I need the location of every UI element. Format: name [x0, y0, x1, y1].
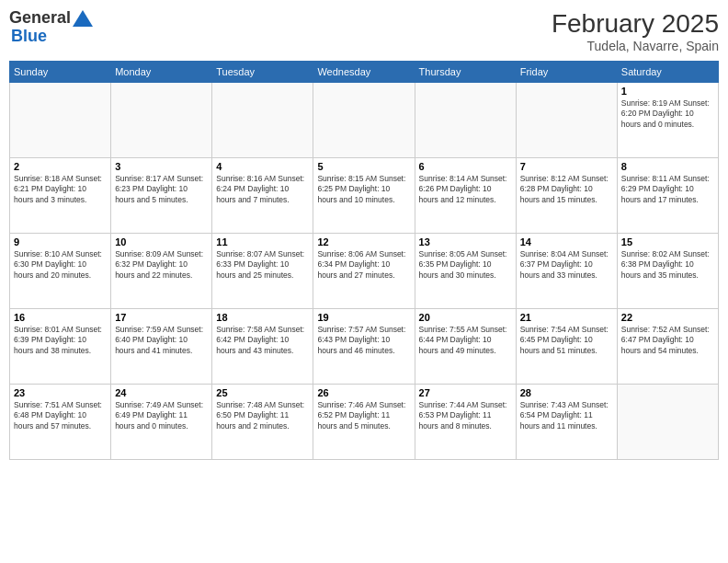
day-number: 22 — [621, 312, 714, 323]
calendar-cell: 9Sunrise: 8:10 AM Sunset: 6:30 PM Daylig… — [10, 234, 111, 309]
day-info: Sunrise: 7:49 AM Sunset: 6:49 PM Dayligh… — [115, 400, 208, 431]
day-number: 17 — [115, 312, 208, 323]
calendar-cell: 15Sunrise: 8:02 AM Sunset: 6:38 PM Dayli… — [617, 234, 718, 309]
day-info: Sunrise: 7:43 AM Sunset: 6:54 PM Dayligh… — [520, 400, 613, 431]
day-number: 8 — [621, 161, 714, 172]
day-info: Sunrise: 8:17 AM Sunset: 6:23 PM Dayligh… — [115, 174, 208, 205]
logo-icon — [73, 10, 93, 27]
day-number: 19 — [317, 312, 410, 323]
calendar-header-row: Sunday Monday Tuesday Wednesday Thursday… — [10, 62, 719, 83]
day-info: Sunrise: 7:59 AM Sunset: 6:40 PM Dayligh… — [115, 325, 208, 356]
day-number: 6 — [419, 161, 512, 172]
page: General Blue February 2025 Tudela, Navar… — [0, 0, 728, 563]
logo-container: General Blue — [9, 9, 93, 46]
col-monday: Monday — [111, 62, 212, 83]
calendar-week-1: 2Sunrise: 8:18 AM Sunset: 6:21 PM Daylig… — [10, 158, 719, 234]
calendar-cell — [617, 385, 718, 460]
day-number: 24 — [115, 387, 208, 398]
calendar-week-3: 16Sunrise: 8:01 AM Sunset: 6:39 PM Dayli… — [10, 309, 719, 385]
day-number: 26 — [317, 387, 410, 398]
calendar-cell: 1Sunrise: 8:19 AM Sunset: 6:20 PM Daylig… — [617, 83, 718, 158]
calendar-cell — [415, 83, 516, 158]
day-info: Sunrise: 7:58 AM Sunset: 6:42 PM Dayligh… — [216, 325, 309, 356]
day-number: 13 — [419, 236, 512, 247]
day-number: 14 — [520, 236, 613, 247]
calendar-cell: 6Sunrise: 8:14 AM Sunset: 6:26 PM Daylig… — [415, 158, 516, 234]
calendar-cell: 25Sunrise: 7:48 AM Sunset: 6:50 PM Dayli… — [212, 385, 313, 460]
day-number: 7 — [520, 161, 613, 172]
svg-marker-0 — [73, 10, 93, 27]
calendar-cell — [212, 83, 313, 158]
day-number: 11 — [216, 236, 309, 247]
calendar-cell — [10, 83, 111, 158]
logo-blue-text: Blue — [11, 28, 93, 46]
location: Tudela, Navarre, Spain — [552, 39, 719, 53]
day-info: Sunrise: 8:16 AM Sunset: 6:24 PM Dayligh… — [216, 174, 309, 205]
calendar-cell: 22Sunrise: 7:52 AM Sunset: 6:47 PM Dayli… — [617, 309, 718, 385]
day-number: 27 — [419, 387, 512, 398]
day-number: 2 — [14, 161, 107, 172]
day-info: Sunrise: 8:06 AM Sunset: 6:34 PM Dayligh… — [317, 249, 410, 281]
day-info: Sunrise: 8:01 AM Sunset: 6:39 PM Dayligh… — [14, 325, 107, 356]
calendar-cell: 12Sunrise: 8:06 AM Sunset: 6:34 PM Dayli… — [313, 234, 415, 309]
calendar-cell: 7Sunrise: 8:12 AM Sunset: 6:28 PM Daylig… — [516, 158, 617, 234]
col-tuesday: Tuesday — [212, 62, 313, 83]
col-saturday: Saturday — [617, 62, 718, 83]
header: General Blue February 2025 Tudela, Navar… — [9, 9, 719, 53]
calendar-cell: 17Sunrise: 7:59 AM Sunset: 6:40 PM Dayli… — [111, 309, 212, 385]
calendar-cell: 21Sunrise: 7:54 AM Sunset: 6:45 PM Dayli… — [516, 309, 617, 385]
day-info: Sunrise: 7:51 AM Sunset: 6:48 PM Dayligh… — [14, 400, 107, 431]
calendar-week-0: 1Sunrise: 8:19 AM Sunset: 6:20 PM Daylig… — [10, 83, 719, 158]
day-number: 15 — [621, 236, 714, 247]
day-info: Sunrise: 8:05 AM Sunset: 6:35 PM Dayligh… — [419, 249, 512, 281]
day-number: 1 — [621, 86, 714, 97]
col-wednesday: Wednesday — [313, 62, 415, 83]
calendar-cell — [111, 83, 212, 158]
day-number: 28 — [520, 387, 613, 398]
calendar-cell: 16Sunrise: 8:01 AM Sunset: 6:39 PM Dayli… — [10, 309, 111, 385]
day-number: 12 — [317, 236, 410, 247]
day-number: 18 — [216, 312, 309, 323]
calendar-cell: 2Sunrise: 8:18 AM Sunset: 6:21 PM Daylig… — [10, 158, 111, 234]
calendar-week-2: 9Sunrise: 8:10 AM Sunset: 6:30 PM Daylig… — [10, 234, 719, 309]
day-number: 5 — [317, 161, 410, 172]
calendar-cell: 3Sunrise: 8:17 AM Sunset: 6:23 PM Daylig… — [111, 158, 212, 234]
day-number: 3 — [115, 161, 208, 172]
calendar-cell: 19Sunrise: 7:57 AM Sunset: 6:43 PM Dayli… — [313, 309, 415, 385]
calendar-cell: 14Sunrise: 8:04 AM Sunset: 6:37 PM Dayli… — [516, 234, 617, 309]
calendar-cell: 10Sunrise: 8:09 AM Sunset: 6:32 PM Dayli… — [111, 234, 212, 309]
calendar-cell: 26Sunrise: 7:46 AM Sunset: 6:52 PM Dayli… — [313, 385, 415, 460]
day-number: 10 — [115, 236, 208, 247]
day-info: Sunrise: 8:10 AM Sunset: 6:30 PM Dayligh… — [14, 249, 107, 281]
day-info: Sunrise: 8:12 AM Sunset: 6:28 PM Dayligh… — [520, 174, 613, 205]
day-info: Sunrise: 7:52 AM Sunset: 6:47 PM Dayligh… — [621, 325, 714, 356]
calendar-cell: 23Sunrise: 7:51 AM Sunset: 6:48 PM Dayli… — [10, 385, 111, 460]
calendar-cell: 8Sunrise: 8:11 AM Sunset: 6:29 PM Daylig… — [617, 158, 718, 234]
day-info: Sunrise: 7:54 AM Sunset: 6:45 PM Dayligh… — [520, 325, 613, 356]
day-number: 23 — [14, 387, 107, 398]
calendar-cell: 4Sunrise: 8:16 AM Sunset: 6:24 PM Daylig… — [212, 158, 313, 234]
day-info: Sunrise: 7:55 AM Sunset: 6:44 PM Dayligh… — [419, 325, 512, 356]
day-number: 16 — [14, 312, 107, 323]
month-title: February 2025 — [552, 9, 719, 39]
calendar-cell: 27Sunrise: 7:44 AM Sunset: 6:53 PM Dayli… — [415, 385, 516, 460]
day-info: Sunrise: 8:07 AM Sunset: 6:33 PM Dayligh… — [216, 249, 309, 281]
calendar-cell: 11Sunrise: 8:07 AM Sunset: 6:33 PM Dayli… — [212, 234, 313, 309]
day-number: 20 — [419, 312, 512, 323]
day-number: 25 — [216, 387, 309, 398]
calendar-cell: 18Sunrise: 7:58 AM Sunset: 6:42 PM Dayli… — [212, 309, 313, 385]
day-number: 4 — [216, 161, 309, 172]
col-sunday: Sunday — [10, 62, 111, 83]
day-info: Sunrise: 7:57 AM Sunset: 6:43 PM Dayligh… — [317, 325, 410, 356]
calendar-table: Sunday Monday Tuesday Wednesday Thursday… — [9, 61, 719, 460]
day-number: 21 — [520, 312, 613, 323]
col-friday: Friday — [516, 62, 617, 83]
day-info: Sunrise: 8:18 AM Sunset: 6:21 PM Dayligh… — [14, 174, 107, 205]
calendar-cell — [313, 83, 415, 158]
day-info: Sunrise: 8:19 AM Sunset: 6:20 PM Dayligh… — [621, 98, 714, 130]
day-info: Sunrise: 8:11 AM Sunset: 6:29 PM Dayligh… — [621, 174, 714, 205]
calendar-cell — [516, 83, 617, 158]
calendar-cell: 24Sunrise: 7:49 AM Sunset: 6:49 PM Dayli… — [111, 385, 212, 460]
calendar-cell: 13Sunrise: 8:05 AM Sunset: 6:35 PM Dayli… — [415, 234, 516, 309]
day-info: Sunrise: 8:09 AM Sunset: 6:32 PM Dayligh… — [115, 249, 208, 281]
